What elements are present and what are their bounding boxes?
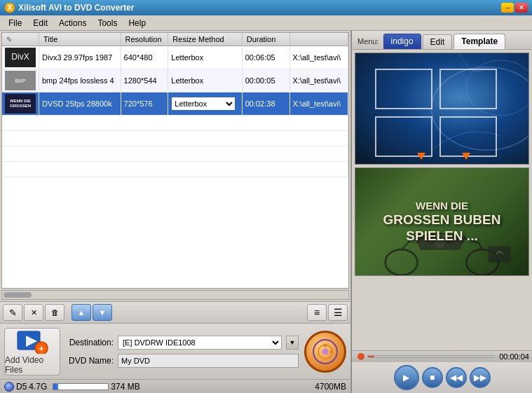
destination-area: Destination: [E] DVDRW IDE1008 ▼ DVD Nam… — [66, 336, 299, 368]
playback-track[interactable] — [367, 355, 495, 358]
add-video-label: Add Video Files — [5, 355, 60, 375]
table-row-empty — [2, 162, 348, 177]
table-row-selected[interactable]: WENN DIEGROSSEN DVSD 25fps 28800k 720*57… — [2, 92, 348, 116]
row3-duration: 00:02:38 — [242, 92, 289, 116]
table-row[interactable]: DivX Divx3 29.97fps 1987 640*480 Letterb… — [2, 46, 348, 69]
next-button[interactable]: ▶▶ — [470, 367, 491, 388]
row3-resize-cell: Letterbox Pan & Scan Full Screen None — [168, 92, 242, 116]
window-title: Xilisoft AVI to DVD Converter — [18, 3, 501, 13]
app-icon: X — [4, 2, 15, 13]
list-view-button[interactable]: ≡ — [307, 304, 327, 321]
video-title-overlay: WENN DIE GROSSEN BUBEN SPIELEN ... — [383, 200, 501, 244]
svg-text:X: X — [7, 3, 13, 13]
bottom-section: + Add Video Files Destination: [E] DVDRW… — [0, 323, 350, 379]
detail-view-button[interactable]: ☰ — [328, 304, 348, 321]
tab-indigo[interactable]: indigo — [383, 34, 421, 49]
col-check: ✎ — [2, 33, 39, 46]
move-up-button[interactable]: ▲ — [71, 304, 91, 321]
total-size: 4700MB — [315, 382, 346, 392]
stop-icon: ■ — [430, 373, 435, 382]
status-bar: D5 4.7G 374 MB 4700MB — [0, 379, 350, 393]
row1-thumb: DivX — [2, 46, 39, 69]
tab-indigo-label: indigo — [391, 36, 414, 46]
used-size: 374 MB — [111, 382, 139, 392]
table-row-empty — [2, 116, 348, 131]
menu-tools[interactable]: Tools — [92, 17, 123, 29]
close-button[interactable]: ✕ — [515, 3, 528, 13]
left-panel: ✎ Title Resolution Resize Method Duratio… — [0, 31, 351, 393]
tab-template[interactable]: Template — [453, 34, 505, 49]
progress-bar-fill — [53, 384, 57, 389]
table-row[interactable]: BMP bmp 24fps lossless 4 1280*544 Letter… — [2, 69, 348, 92]
menu-edit[interactable]: Edit — [27, 17, 53, 29]
svg-point-13 — [386, 249, 418, 275]
video-text-line1: WENN DIE — [383, 200, 501, 212]
menu-box-4[interactable] — [439, 116, 497, 157]
row2-duration: 00:00:05 — [242, 69, 289, 92]
next-icon: ▶▶ — [474, 373, 486, 382]
cursor-arrow-1 — [417, 153, 425, 160]
video-text-line2: GROSSEN BUBEN — [383, 212, 501, 228]
file-table-wrapper[interactable]: ✎ Title Resolution Resize Method Duratio… — [1, 32, 349, 289]
menu-actions[interactable]: Actions — [53, 17, 92, 29]
disc-indicator-icon — [4, 382, 14, 392]
row1-path: X:\all_test\avi\ — [289, 46, 348, 69]
svg-rect-16 — [489, 247, 511, 263]
tab-edit-label: Edit — [430, 37, 445, 47]
destination-dropdown-arrow[interactable]: ▼ — [286, 336, 299, 350]
dvdname-input[interactable] — [118, 354, 299, 368]
resize-method-select[interactable]: Letterbox Pan & Scan Full Screen None — [171, 97, 236, 111]
burn-button[interactable]: ⚙ — [304, 331, 346, 373]
minimize-button[interactable]: – — [501, 3, 514, 13]
menu-help[interactable]: Help — [123, 17, 151, 29]
prev-icon: ◀◀ — [450, 373, 463, 382]
svg-text:+: + — [39, 344, 43, 354]
stop-button[interactable]: ■ — [422, 367, 443, 388]
col-resolution-header: Resolution — [121, 33, 168, 46]
row2-title: bmp 24fps lossless 4 — [39, 69, 121, 92]
move-down-button[interactable]: ▼ — [93, 304, 112, 321]
col-resize-header: Resize Method — [168, 33, 242, 46]
add-video-icon: + — [16, 329, 48, 354]
title-bar: X Xilisoft AVI to DVD Converter – ✕ — [0, 0, 532, 15]
cursor-arrow-2 — [462, 153, 470, 160]
add-video-button[interactable]: + Add Video Files — [4, 328, 60, 375]
menu-file[interactable]: File — [3, 17, 27, 29]
play-icon: ▶ — [403, 373, 409, 382]
row2-resize: Letterbox — [168, 69, 242, 92]
row1-resolution: 640*480 — [121, 46, 168, 69]
scrollbar-thumb[interactable] — [4, 292, 32, 298]
playback-position-dot[interactable] — [357, 353, 364, 360]
destination-select[interactable]: [E] DVDRW IDE1008 — [118, 336, 282, 350]
video-text-line3: SPIELEN ... — [383, 228, 501, 244]
menu-box-3[interactable] — [375, 116, 432, 157]
tab-edit[interactable]: Edit — [423, 34, 453, 49]
player-controls: ▶ ■ ◀◀ ▶▶ — [352, 362, 532, 393]
edit-button[interactable]: ✎ — [3, 304, 22, 321]
progress-bar — [53, 383, 109, 390]
row2-path: X:\all_test\avi\ — [289, 69, 348, 92]
menu-bar: File Edit Actions Tools Help — [0, 15, 532, 31]
main-container: ✎ Title Resolution Resize Method Duratio… — [0, 31, 532, 393]
menu-box-1[interactable] — [375, 69, 432, 109]
toolbar: ✎ ✕ 🗑 ▲ ▼ ≡ ☰ — [0, 301, 350, 323]
burn-icon: ⚙ — [312, 338, 339, 365]
tab-template-label: Template — [461, 36, 498, 46]
prev-button[interactable]: ◀◀ — [446, 367, 467, 388]
col-title-header: Title — [39, 33, 121, 46]
table-row-empty — [2, 146, 348, 162]
file-table: ✎ Title Resolution Resize Method Duratio… — [2, 33, 348, 177]
horizontal-scrollbar[interactable] — [1, 290, 349, 300]
dvdname-label: DVD Name: — [66, 356, 114, 366]
trash-button[interactable]: 🗑 — [45, 304, 64, 321]
play-button[interactable]: ▶ — [394, 365, 419, 390]
row3-path: X:\all_test\avi\ — [289, 92, 348, 116]
thumbnail-bmp: BMP — [5, 71, 36, 90]
delete-button[interactable]: ✕ — [24, 304, 43, 321]
thumbnail-dvsd: WENN DIEGROSSEN — [5, 94, 36, 113]
dvdname-row: DVD Name: — [66, 354, 299, 368]
row3-resolution: 720*576 — [121, 92, 168, 116]
destination-row: Destination: [E] DVDRW IDE1008 ▼ — [66, 336, 299, 350]
menu-box-2[interactable] — [439, 69, 497, 109]
row3-title: DVSD 25fps 28800k — [39, 92, 121, 116]
